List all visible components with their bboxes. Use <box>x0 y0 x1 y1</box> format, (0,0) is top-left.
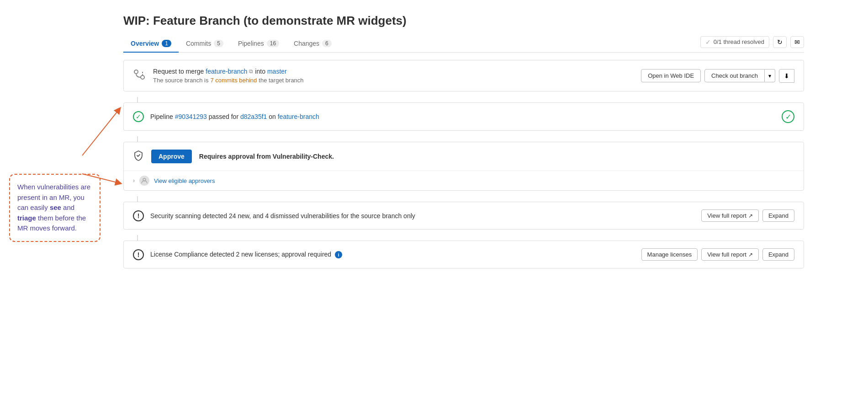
pipeline-passed-text: passed for <box>209 113 238 120</box>
tab-pipelines[interactable]: Pipelines 16 <box>231 35 286 53</box>
license-card: ! License Compliance detected 2 new lice… <box>123 241 804 268</box>
thread-resolved: ✓ 0/1 thread resolved <box>700 36 769 48</box>
pipeline-label: Pipeline <box>150 113 173 120</box>
tab-changes-label: Changes <box>294 40 319 47</box>
annotation-triage: triage <box>17 214 36 222</box>
download-button[interactable]: ⬇ <box>779 69 794 83</box>
annotation-arrows <box>82 137 174 229</box>
target-branch-link[interactable]: master <box>267 68 287 75</box>
tabs-bar: Overview 1 Commits 5 Pipelines 16 Change… <box>123 35 804 53</box>
license-view-report-button[interactable]: View full report ↗ <box>701 248 759 261</box>
tab-commits[interactable]: Commits 5 <box>179 35 231 53</box>
thread-resolved-text: 0/1 thread resolved <box>714 38 764 45</box>
merge-actions: Open in Web IDE Check out branch ▾ ⬇ <box>641 69 794 83</box>
description-suffix: the target branch <box>259 77 303 84</box>
license-card-inner: ! License Compliance detected 2 new lice… <box>124 241 804 268</box>
license-text-content: License Compliance detected 2 new licens… <box>150 251 331 258</box>
refresh-button[interactable]: ↻ <box>773 36 787 48</box>
license-expand-button[interactable]: Expand <box>762 248 794 261</box>
security-external-link-icon: ↗ <box>748 213 753 219</box>
tab-overview[interactable]: Overview 1 <box>123 35 179 53</box>
approval-card: Approve Requires approval from Vulnerabi… <box>123 142 804 191</box>
request-to-merge-text: Request to merge <box>153 68 204 75</box>
copy-branch-icon[interactable]: ⧉ <box>249 68 253 75</box>
security-view-report-button[interactable]: View full report ↗ <box>701 209 759 222</box>
security-card: ! Security scanning detected 24 new, and… <box>123 202 804 230</box>
description-text: The source branch is <box>153 77 208 84</box>
source-branch-link[interactable]: feature-branch <box>206 68 247 75</box>
tab-commits-badge: 5 <box>214 40 223 47</box>
main-content: WIP: Feature Branch (to demonstrate MR w… <box>110 9 818 393</box>
pipeline-id-link[interactable]: #90341293 <box>175 113 207 120</box>
pipeline-status-icon: ✓ <box>133 111 144 122</box>
tab-pipelines-label: Pipelines <box>238 40 264 47</box>
tab-changes-badge: 6 <box>322 40 332 47</box>
license-text: License Compliance detected 2 new licens… <box>150 251 635 259</box>
security-card-actions: View full report ↗ Expand <box>701 209 794 222</box>
svg-point-3 <box>141 75 144 79</box>
left-annotation: When vulnerabilities are present in an M… <box>9 174 110 393</box>
merge-request-card-inner: Request to merge feature-branch ⧉ into m… <box>124 60 804 91</box>
license-external-link-icon: ↗ <box>748 252 753 258</box>
pipeline-text: Pipeline #90341293 passed for d82a35f1 o… <box>150 113 775 120</box>
annotation-see: see <box>50 204 61 211</box>
commits-behind-link[interactable]: 7 commits behind <box>210 77 257 84</box>
approval-text: Requires approval from Vulnerability-Che… <box>199 153 334 160</box>
license-info-icon[interactable]: i <box>335 251 342 258</box>
tab-commits-label: Commits <box>186 40 211 47</box>
pipeline-on-text: on <box>269 113 276 120</box>
checkout-dropdown-button[interactable]: ▾ <box>765 69 775 82</box>
approvers-row: › View eligible approvers <box>124 171 804 190</box>
cards-area: Request to merge feature-branch ⧉ into m… <box>123 60 804 274</box>
security-view-report-label: View full report <box>707 212 746 219</box>
comment-button[interactable]: ✉ <box>790 36 804 48</box>
approval-card-inner: Approve Requires approval from Vulnerabi… <box>124 142 804 171</box>
merge-line1: Request to merge feature-branch ⧉ into m… <box>153 68 634 75</box>
connector-4 <box>137 235 138 241</box>
pipeline-check-right-icon: ✓ <box>782 110 794 123</box>
security-text: Security scanning detected 24 new, and 4… <box>150 212 695 220</box>
merge-icon <box>133 68 146 84</box>
merge-request-card: Request to merge feature-branch ⧉ into m… <box>123 60 804 91</box>
tab-overview-label: Overview <box>131 40 159 47</box>
checkout-button-group: Check out branch ▾ <box>704 69 775 82</box>
license-view-report-label: View full report <box>707 251 746 258</box>
merge-line2: The source branch is 7 commits behind th… <box>153 77 634 84</box>
tabs-left: Overview 1 Commits 5 Pipelines 16 Change… <box>123 35 339 52</box>
tab-overview-badge: 1 <box>162 40 171 47</box>
license-card-actions: Manage licenses View full report ↗ Expan… <box>641 248 794 261</box>
checkout-branch-button[interactable]: Check out branch <box>704 69 765 82</box>
manage-licenses-button[interactable]: Manage licenses <box>641 248 698 261</box>
svg-point-2 <box>134 70 138 74</box>
pipeline-card-inner: ✓ Pipeline #90341293 passed for d82a35f1… <box>124 103 804 130</box>
tab-changes[interactable]: Changes 6 <box>286 35 339 53</box>
svg-line-1 <box>82 174 119 183</box>
pipeline-commit-link[interactable]: d82a35f1 <box>240 113 267 120</box>
page-title: WIP: Feature Branch (to demonstrate MR w… <box>123 14 804 28</box>
pipeline-card: ✓ Pipeline #90341293 passed for d82a35f1… <box>123 102 804 131</box>
open-web-ide-button[interactable]: Open in Web IDE <box>641 69 701 82</box>
annotation-text: When vulnerabilities are present in an M… <box>17 183 90 232</box>
security-card-inner: ! Security scanning detected 24 new, and… <box>124 202 804 229</box>
license-warning-icon: ! <box>133 249 144 260</box>
pipeline-branch-link[interactable]: feature-branch <box>278 113 319 120</box>
thread-resolved-check-icon: ✓ <box>705 38 711 46</box>
into-text: into <box>255 68 265 75</box>
merge-info: Request to merge feature-branch ⧉ into m… <box>153 68 634 84</box>
tab-pipelines-badge: 16 <box>267 40 279 47</box>
security-expand-button[interactable]: Expand <box>762 209 794 222</box>
tabs-right: ✓ 0/1 thread resolved ↻ ✉ <box>700 36 804 52</box>
connector-1 <box>137 97 138 102</box>
